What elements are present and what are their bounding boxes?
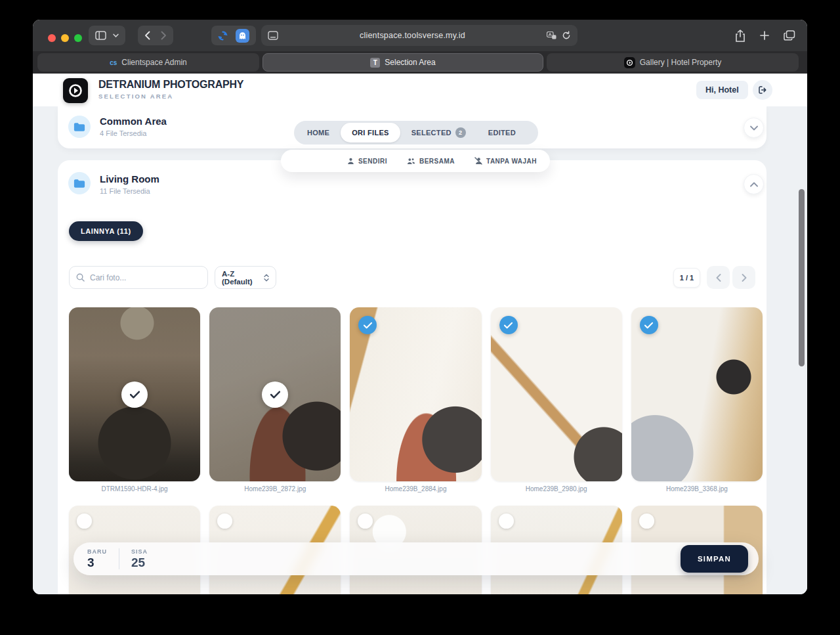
- brand-subtitle: SELECTION AREA: [98, 93, 243, 100]
- nav-buttons: [138, 26, 173, 45]
- subtab-sendiri-label: SENDIRI: [358, 158, 387, 165]
- reload-icon[interactable]: [562, 31, 571, 40]
- selected-check-badge[interactable]: [499, 316, 518, 334]
- new-tab-button[interactable]: [760, 31, 769, 40]
- logout-button[interactable]: [753, 80, 772, 100]
- tab-ori-files[interactable]: ORI FILES: [341, 123, 400, 142]
- tab-selection-area[interactable]: T Selection Area: [262, 53, 543, 72]
- prev-page-button[interactable]: [707, 266, 730, 289]
- sidebar-toggle-button[interactable]: [89, 26, 125, 45]
- unselected-check-badge[interactable]: [639, 514, 654, 529]
- extensions-group: [211, 26, 256, 45]
- site-header: DETRANIUM PHOTOGRAPHY SELECTION AREA Hi,…: [33, 74, 807, 106]
- tab-selected[interactable]: SELECTED 2: [400, 123, 477, 142]
- page-content: DETRANIUM PHOTOGRAPHY SELECTION AREA Hi,…: [33, 74, 807, 594]
- tab-home-label: HOME: [307, 129, 329, 137]
- sidebar-icon: [95, 31, 106, 40]
- sort-arrows-icon: [264, 274, 269, 282]
- subtab-bersama[interactable]: BERSAMA: [407, 158, 455, 165]
- sisa-stat: SISA 25: [131, 548, 148, 570]
- tab-clientspace-admin[interactable]: cs Clientspace Admin: [37, 53, 259, 72]
- photo-tile[interactable]: [631, 307, 763, 481]
- subtab-bersama-label: BERSAMA: [419, 158, 455, 165]
- person-icon: [347, 158, 354, 165]
- save-button[interactable]: SIMPAN: [681, 545, 748, 573]
- traffic-minimize-icon[interactable]: [61, 34, 69, 42]
- category-pill-lainnya[interactable]: LAINNYA (11): [69, 221, 143, 241]
- photo-grid-row1: [69, 307, 763, 481]
- folder-icon: [68, 116, 91, 138]
- sort-value: A-Z (Default): [222, 270, 264, 286]
- scrollbar-thumb[interactable]: [799, 189, 805, 366]
- subtab-tanpa-wajah[interactable]: TANPA WAJAH: [474, 157, 537, 165]
- photo-filename: DTRM1590-HDR-4.jpg: [69, 485, 200, 493]
- forward-button[interactable]: [161, 31, 167, 40]
- locked-check-badge[interactable]: [262, 382, 288, 408]
- tab-label: Gallery | Hotel Property: [640, 58, 722, 67]
- section-subtitle: 11 File Tersedia: [100, 187, 150, 195]
- tab-ori-files-label: ORI FILES: [352, 129, 388, 137]
- photo-filenames: DTRM1590-HDR-4.jpg Home239B_2872.jpg Hom…: [69, 485, 763, 493]
- photo-filename: Home239B_2872.jpg: [209, 485, 341, 493]
- person-off-icon: [474, 157, 482, 165]
- brand-block: DETRANIUM PHOTOGRAPHY SELECTION AREA: [98, 79, 243, 100]
- unselected-check-badge[interactable]: [77, 514, 92, 529]
- browser-window: clientspace.toolsverse.my.id: [33, 20, 807, 594]
- people-icon: [407, 158, 415, 165]
- translate-icon[interactable]: [547, 32, 556, 39]
- page-indicator: 1 / 1: [673, 268, 700, 288]
- tab-home[interactable]: HOME: [296, 123, 341, 142]
- unselected-check-badge[interactable]: [499, 514, 514, 529]
- photo-filename: Home239B_2980.jpg: [491, 485, 622, 493]
- tab-overview-button[interactable]: [784, 30, 795, 41]
- sisa-label: SISA: [131, 548, 148, 555]
- expand-button[interactable]: [744, 174, 764, 194]
- search-icon: [76, 273, 85, 282]
- toolbar-right: [735, 30, 795, 42]
- chevron-down-icon: [750, 125, 758, 131]
- subtab-sendiri[interactable]: SENDIRI: [347, 158, 387, 165]
- selected-check-badge[interactable]: [640, 316, 658, 334]
- unselected-check-badge[interactable]: [358, 514, 373, 529]
- photo-filename: Home239B_3368.jpg: [631, 485, 763, 493]
- baru-label: BARU: [87, 548, 107, 555]
- detranium-favicon-icon: [624, 57, 635, 68]
- tab-gallery-hotel[interactable]: Gallery | Hotel Property: [547, 53, 799, 72]
- unselected-check-badge[interactable]: [217, 514, 232, 529]
- subtab-tanpa-wajah-label: TANPA WAJAH: [486, 158, 537, 165]
- locked-check-badge[interactable]: [121, 382, 148, 408]
- tab-strip: cs Clientspace Admin T Selection Area Ga…: [33, 51, 807, 74]
- photo-tile[interactable]: [491, 307, 622, 481]
- next-page-button[interactable]: [732, 266, 755, 289]
- view-tabs: HOME ORI FILES SELECTED 2 EDITED: [294, 121, 538, 144]
- page-settings-icon[interactable]: [268, 31, 278, 40]
- photo-tile[interactable]: [209, 307, 341, 481]
- traffic-close-icon[interactable]: [48, 34, 56, 42]
- back-button[interactable]: [144, 31, 150, 40]
- tab-edited[interactable]: EDITED: [477, 123, 527, 142]
- address-bar[interactable]: clientspace.toolsverse.my.id: [261, 25, 578, 46]
- search-input[interactable]: [90, 273, 201, 282]
- swirl-extension-icon[interactable]: [218, 31, 228, 41]
- section-title: Living Room: [100, 173, 159, 185]
- selected-count-badge: 2: [455, 127, 466, 138]
- section-title: Common Area: [100, 116, 167, 127]
- chevron-down-icon: [113, 33, 119, 37]
- share-button[interactable]: [735, 30, 746, 42]
- detranium-logo-icon: [63, 78, 88, 103]
- collapse-button[interactable]: [744, 118, 764, 138]
- ghost-extension-icon[interactable]: [236, 29, 249, 43]
- browser-toolbar: clientspace.toolsverse.my.id: [33, 20, 807, 51]
- chevron-left-icon: [716, 274, 721, 282]
- photo-tile[interactable]: [350, 307, 481, 481]
- greeting-chip[interactable]: Hi, Hotel: [696, 81, 748, 99]
- photo-tile[interactable]: [69, 307, 200, 481]
- sort-select[interactable]: A-Z (Default): [215, 266, 276, 289]
- selected-check-badge[interactable]: [358, 316, 377, 334]
- traffic-zoom-icon[interactable]: [74, 34, 82, 42]
- brand-title: DETRANIUM PHOTOGRAPHY: [98, 79, 243, 91]
- baru-stat: BARU 3: [87, 548, 107, 570]
- common-area-card: Common Area 4 File Tersedia HOME ORI FIL…: [58, 106, 766, 148]
- logout-icon: [758, 85, 767, 95]
- tab-selected-label: SELECTED: [411, 129, 452, 137]
